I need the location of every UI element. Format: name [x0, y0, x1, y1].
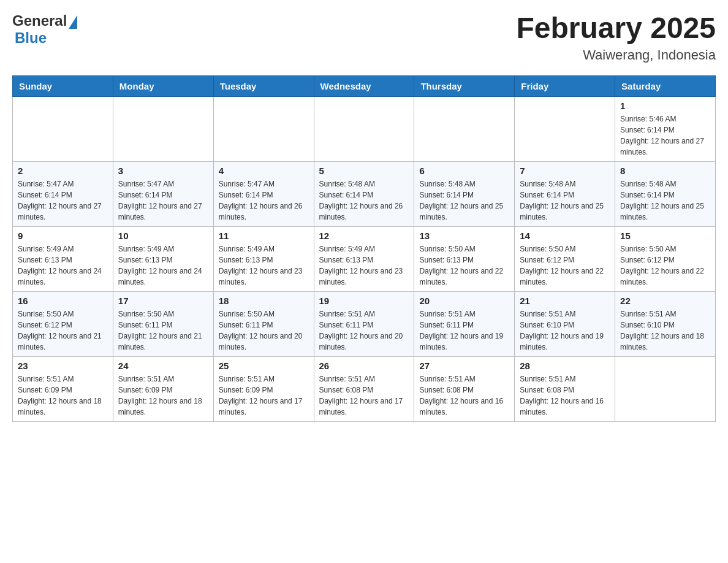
calendar-header-row: SundayMondayTuesdayWednesdayThursdayFrid…	[13, 75, 716, 96]
page-header: General Blue February 2025 Waiwerang, In…	[12, 12, 716, 63]
calendar-cell: 1Sunrise: 5:46 AM Sunset: 6:14 PM Daylig…	[615, 96, 716, 161]
day-number: 6	[419, 166, 509, 176]
day-number: 17	[118, 296, 208, 306]
calendar-cell: 11Sunrise: 5:49 AM Sunset: 6:13 PM Dayli…	[213, 226, 314, 291]
day-header-tuesday: Tuesday	[213, 75, 314, 96]
calendar-cell	[615, 356, 716, 421]
calendar-cell: 20Sunrise: 5:51 AM Sunset: 6:11 PM Dayli…	[414, 291, 515, 356]
day-info: Sunrise: 5:50 AM Sunset: 6:12 PM Dayligh…	[520, 243, 610, 288]
calendar-cell	[113, 96, 213, 161]
calendar-cell: 24Sunrise: 5:51 AM Sunset: 6:09 PM Dayli…	[113, 356, 213, 421]
day-header-sunday: Sunday	[13, 75, 113, 96]
logo-triangle-icon	[69, 15, 77, 29]
calendar-cell	[314, 96, 414, 161]
calendar-table: SundayMondayTuesdayWednesdayThursdayFrid…	[12, 75, 716, 422]
calendar-cell: 2Sunrise: 5:47 AM Sunset: 6:14 PM Daylig…	[13, 161, 113, 226]
day-info: Sunrise: 5:50 AM Sunset: 6:11 PM Dayligh…	[118, 308, 208, 353]
day-number: 25	[219, 361, 309, 371]
calendar-cell: 23Sunrise: 5:51 AM Sunset: 6:09 PM Dayli…	[13, 356, 113, 421]
day-info: Sunrise: 5:47 AM Sunset: 6:14 PM Dayligh…	[219, 178, 309, 223]
day-number: 23	[18, 361, 108, 371]
calendar-cell: 25Sunrise: 5:51 AM Sunset: 6:09 PM Dayli…	[213, 356, 314, 421]
day-number: 20	[419, 296, 509, 306]
day-number: 24	[118, 361, 208, 371]
calendar-cell: 9Sunrise: 5:49 AM Sunset: 6:13 PM Daylig…	[13, 226, 113, 291]
calendar-cell: 3Sunrise: 5:47 AM Sunset: 6:14 PM Daylig…	[113, 161, 213, 226]
day-info: Sunrise: 5:51 AM Sunset: 6:11 PM Dayligh…	[419, 308, 509, 353]
day-info: Sunrise: 5:49 AM Sunset: 6:13 PM Dayligh…	[18, 243, 108, 288]
calendar-cell: 14Sunrise: 5:50 AM Sunset: 6:12 PM Dayli…	[515, 226, 615, 291]
calendar-cell: 27Sunrise: 5:51 AM Sunset: 6:08 PM Dayli…	[414, 356, 515, 421]
day-info: Sunrise: 5:50 AM Sunset: 6:11 PM Dayligh…	[219, 308, 309, 353]
day-number: 9	[18, 231, 108, 241]
day-info: Sunrise: 5:51 AM Sunset: 6:08 PM Dayligh…	[319, 373, 409, 418]
day-info: Sunrise: 5:49 AM Sunset: 6:13 PM Dayligh…	[118, 243, 208, 288]
calendar-cell: 19Sunrise: 5:51 AM Sunset: 6:11 PM Dayli…	[314, 291, 414, 356]
day-number: 1	[620, 101, 710, 111]
day-number: 21	[520, 296, 610, 306]
day-info: Sunrise: 5:50 AM Sunset: 6:12 PM Dayligh…	[620, 243, 710, 288]
day-info: Sunrise: 5:51 AM Sunset: 6:11 PM Dayligh…	[319, 308, 409, 353]
day-number: 28	[520, 361, 610, 371]
day-header-thursday: Thursday	[414, 75, 515, 96]
day-number: 15	[620, 231, 710, 241]
day-number: 19	[319, 296, 409, 306]
calendar-cell: 21Sunrise: 5:51 AM Sunset: 6:10 PM Dayli…	[515, 291, 615, 356]
day-header-saturday: Saturday	[615, 75, 716, 96]
calendar-week-row: 16Sunrise: 5:50 AM Sunset: 6:12 PM Dayli…	[13, 291, 716, 356]
calendar-week-row: 9Sunrise: 5:49 AM Sunset: 6:13 PM Daylig…	[13, 226, 716, 291]
month-title: February 2025	[516, 12, 716, 45]
day-info: Sunrise: 5:51 AM Sunset: 6:08 PM Dayligh…	[520, 373, 610, 418]
day-number: 14	[520, 231, 610, 241]
day-info: Sunrise: 5:48 AM Sunset: 6:14 PM Dayligh…	[419, 178, 509, 223]
day-header-wednesday: Wednesday	[314, 75, 414, 96]
calendar-cell	[515, 96, 615, 161]
day-number: 7	[520, 166, 610, 176]
day-number: 4	[219, 166, 309, 176]
day-info: Sunrise: 5:47 AM Sunset: 6:14 PM Dayligh…	[18, 178, 108, 223]
day-info: Sunrise: 5:51 AM Sunset: 6:09 PM Dayligh…	[118, 373, 208, 418]
calendar-cell: 15Sunrise: 5:50 AM Sunset: 6:12 PM Dayli…	[615, 226, 716, 291]
calendar-cell: 8Sunrise: 5:48 AM Sunset: 6:14 PM Daylig…	[615, 161, 716, 226]
calendar-cell: 10Sunrise: 5:49 AM Sunset: 6:13 PM Dayli…	[113, 226, 213, 291]
calendar-cell	[213, 96, 314, 161]
day-number: 22	[620, 296, 710, 306]
day-header-friday: Friday	[515, 75, 615, 96]
day-info: Sunrise: 5:46 AM Sunset: 6:14 PM Dayligh…	[620, 113, 710, 158]
calendar-week-row: 23Sunrise: 5:51 AM Sunset: 6:09 PM Dayli…	[13, 356, 716, 421]
day-info: Sunrise: 5:51 AM Sunset: 6:09 PM Dayligh…	[219, 373, 309, 418]
calendar-cell: 12Sunrise: 5:49 AM Sunset: 6:13 PM Dayli…	[314, 226, 414, 291]
calendar-cell	[13, 96, 113, 161]
calendar-cell: 5Sunrise: 5:48 AM Sunset: 6:14 PM Daylig…	[314, 161, 414, 226]
logo: General Blue	[12, 12, 77, 47]
logo-blue-text: Blue	[15, 29, 47, 46]
day-number: 26	[319, 361, 409, 371]
day-number: 18	[219, 296, 309, 306]
day-info: Sunrise: 5:50 AM Sunset: 6:13 PM Dayligh…	[419, 243, 509, 288]
day-number: 2	[18, 166, 108, 176]
day-info: Sunrise: 5:47 AM Sunset: 6:14 PM Dayligh…	[118, 178, 208, 223]
day-number: 16	[18, 296, 108, 306]
calendar-cell: 7Sunrise: 5:48 AM Sunset: 6:14 PM Daylig…	[515, 161, 615, 226]
calendar-cell: 13Sunrise: 5:50 AM Sunset: 6:13 PM Dayli…	[414, 226, 515, 291]
day-number: 27	[419, 361, 509, 371]
day-info: Sunrise: 5:49 AM Sunset: 6:13 PM Dayligh…	[219, 243, 309, 288]
day-number: 5	[319, 166, 409, 176]
day-info: Sunrise: 5:51 AM Sunset: 6:09 PM Dayligh…	[18, 373, 108, 418]
location-title: Waiwerang, Indonesia	[516, 47, 716, 63]
day-info: Sunrise: 5:51 AM Sunset: 6:10 PM Dayligh…	[520, 308, 610, 353]
calendar-cell	[414, 96, 515, 161]
day-header-monday: Monday	[113, 75, 213, 96]
calendar-week-row: 2Sunrise: 5:47 AM Sunset: 6:14 PM Daylig…	[13, 161, 716, 226]
day-number: 3	[118, 166, 208, 176]
day-info: Sunrise: 5:51 AM Sunset: 6:10 PM Dayligh…	[620, 308, 710, 353]
calendar-cell: 22Sunrise: 5:51 AM Sunset: 6:10 PM Dayli…	[615, 291, 716, 356]
calendar-cell: 28Sunrise: 5:51 AM Sunset: 6:08 PM Dayli…	[515, 356, 615, 421]
day-number: 10	[118, 231, 208, 241]
logo-general-text: General	[12, 12, 67, 29]
day-info: Sunrise: 5:48 AM Sunset: 6:14 PM Dayligh…	[520, 178, 610, 223]
day-number: 11	[219, 231, 309, 241]
calendar-cell: 18Sunrise: 5:50 AM Sunset: 6:11 PM Dayli…	[213, 291, 314, 356]
title-section: February 2025 Waiwerang, Indonesia	[516, 12, 716, 63]
day-number: 13	[419, 231, 509, 241]
